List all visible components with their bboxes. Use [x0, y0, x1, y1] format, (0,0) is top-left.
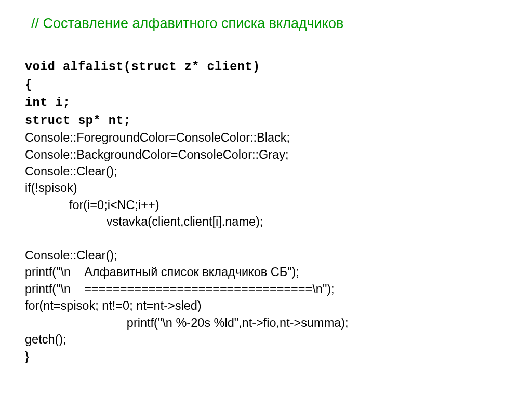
code-line: Console::Clear(); [25, 164, 117, 178]
code-line: printf("\n Алфавитный список вкладчиков … [25, 265, 299, 279]
code-line: { [25, 78, 33, 92]
code-block: void alfalist(struct z* client) { int i;… [25, 41, 507, 365]
code-line: getch(); [25, 333, 66, 346]
slide-content: // Составление алфавитного списка вкладч… [0, 0, 532, 380]
code-line: Console::BackgroundColor=ConsoleColor::G… [25, 148, 288, 161]
code-line: struct sp* nt; [25, 114, 131, 128]
code-line: for(i=0;i<NC;i++) [25, 198, 159, 212]
code-line: Console::Clear(); [25, 249, 117, 262]
code-line: printf("\n %-20s %ld",nt->fio,nt->summa)… [25, 316, 349, 330]
code-line: int i; [25, 95, 71, 109]
code-line: Console::ForegroundColor=ConsoleColor::B… [25, 131, 290, 144]
code-line: if(!spisok) [25, 181, 77, 195]
code-line: for(nt=spisok; nt!=0; nt=nt->sled) [25, 299, 202, 312]
code-line: vstavka(client,client[i].name); [25, 215, 263, 228]
code-line: void alfalist(struct z* client) [25, 60, 260, 74]
code-line: printf("\n =============================… [25, 282, 335, 296]
slide-title: // Составление алфавитного списка вкладч… [31, 16, 507, 32]
code-line: } [25, 350, 29, 363]
